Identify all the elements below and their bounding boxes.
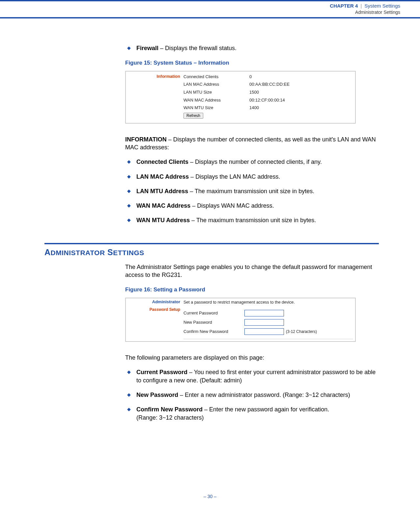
refresh-button[interactable]: Refresh (183, 113, 203, 119)
information-term: INFORMATION (125, 136, 167, 143)
bullet-desc: – Displays the number of connected clien… (188, 159, 322, 165)
bullet-term: LAN MAC Address (136, 173, 189, 180)
new-password-input[interactable] (244, 319, 284, 326)
bullet-desc: – Displays the LAN MAC address. (189, 173, 280, 180)
info-table: Connected Clients0 LAN MAC Address00:AA:… (183, 73, 322, 120)
table-row: Connected Clients0 (183, 73, 322, 81)
figure-15-caption: Figure 15: System Status – Information (125, 59, 379, 67)
bullet-term: WAN MAC Address (136, 202, 190, 209)
info-val: 1500 (249, 88, 322, 96)
table-row: Confirm New Password (3-12 Characters) (183, 327, 317, 336)
table-row: Current Password (183, 309, 317, 318)
info-val: 0 (249, 73, 322, 81)
info-side-label: Information (126, 73, 183, 79)
figure-15-panel: Information Connected Clients0 LAN MAC A… (125, 71, 356, 124)
admin-intro: The Administrator Settings page enables … (125, 263, 379, 279)
table-row: WAN MAC Address00:12:CF:00:00:14 (183, 96, 322, 104)
table-row: New Password (183, 318, 317, 327)
bullet-term: Confirm New Password (136, 406, 203, 413)
table-row: LAN MAC Address00:AA:BB:CC:DD:EE (183, 80, 322, 88)
confirm-password-input[interactable] (244, 328, 284, 335)
heading-rest-2: ETTINGS (113, 249, 144, 256)
page-number: – 30 – (0, 494, 420, 499)
bullet-desc: – Enter a new administrator password. (R… (178, 392, 350, 398)
list-item: LAN MAC Address – Displays the LAN MAC a… (125, 173, 379, 181)
figure-16-caption: Figure 16: Setting a Password (125, 286, 379, 294)
firewall-desc: – Displays the firewall status. (158, 45, 237, 51)
info-key: LAN MTU Size (183, 88, 249, 96)
list-item: Confirm New Password – Enter the new pas… (125, 405, 379, 422)
password-setup-label: Password Setup (126, 307, 180, 312)
bullet-desc: – Displays WAN MAC address. (190, 202, 274, 209)
chars-hint: (3-12 Characters) (286, 329, 317, 334)
firewall-term: Firewall (136, 45, 158, 51)
list-item: New Password – Enter a new administrator… (125, 391, 379, 399)
bullet-term: New Password (136, 392, 178, 398)
table-row: WAN MTU Size1400 (183, 104, 322, 112)
page-header: CHAPTER 4 | System Settings Administrato… (0, 0, 420, 18)
bullet-term: LAN MTU Address (136, 188, 188, 194)
section-divider: ADMINISTRATOR SETTINGS (44, 243, 379, 257)
information-paragraph: INFORMATION – Displays the number of con… (125, 135, 379, 152)
header-separator: | (361, 3, 362, 9)
figure-16-panel: Administrator Password Setup Set a passw… (125, 298, 356, 342)
info-key: LAN MAC Address (183, 80, 249, 88)
bullet-term: Current Password (136, 369, 187, 375)
pw-row-label: Current Password (183, 309, 244, 318)
admin-header-label: Administrator (152, 299, 180, 304)
info-val: 00:AA:BB:CC:DD:EE (249, 80, 322, 88)
params-intro: The following parameters are displayed o… (125, 354, 379, 362)
heading-lead-s: S (105, 248, 113, 257)
heading-rest-1: DMINISTRATOR (51, 249, 105, 256)
list-item: WAN MTU Address – The maximum transmissi… (125, 216, 379, 224)
header-section: System Settings (365, 3, 400, 9)
bullet-term: Connected Clients (136, 159, 188, 165)
list-item: Current Password – You need to first ent… (125, 368, 379, 384)
info-val: 1400 (249, 104, 322, 112)
table-row: LAN MTU Size1500 (183, 88, 322, 96)
section-heading-admin-settings: ADMINISTRATOR SETTINGS (44, 248, 379, 257)
current-password-input[interactable] (244, 310, 284, 316)
info-key: WAN MAC Address (183, 96, 249, 104)
heading-lead-a: A (44, 248, 51, 257)
password-hint: Set a password to restrict management ac… (183, 300, 353, 305)
bullet-desc: – The maximum transmission unit size in … (188, 188, 314, 194)
bullet-desc: – The maximum transmission unit size in … (190, 217, 316, 223)
chapter-label: CHAPTER 4 (330, 3, 358, 9)
list-item: WAN MAC Address – Displays WAN MAC addre… (125, 202, 379, 210)
list-item: Connected Clients – Displays the number … (125, 158, 379, 166)
bullet-term: WAN MTU Address (136, 217, 190, 223)
info-val: 00:12:CF:00:00:14 (249, 96, 322, 104)
pw-row-label: Confirm New Password (183, 327, 244, 336)
header-subsection: Administrator Settings (0, 9, 400, 15)
info-key: Connected Clients (183, 73, 249, 81)
list-item: LAN MTU Address – The maximum transmissi… (125, 187, 379, 195)
firewall-item: Firewall – Displays the firewall status. (125, 44, 379, 52)
pw-row-label: New Password (183, 318, 244, 327)
info-key: WAN MTU Size (183, 104, 249, 112)
